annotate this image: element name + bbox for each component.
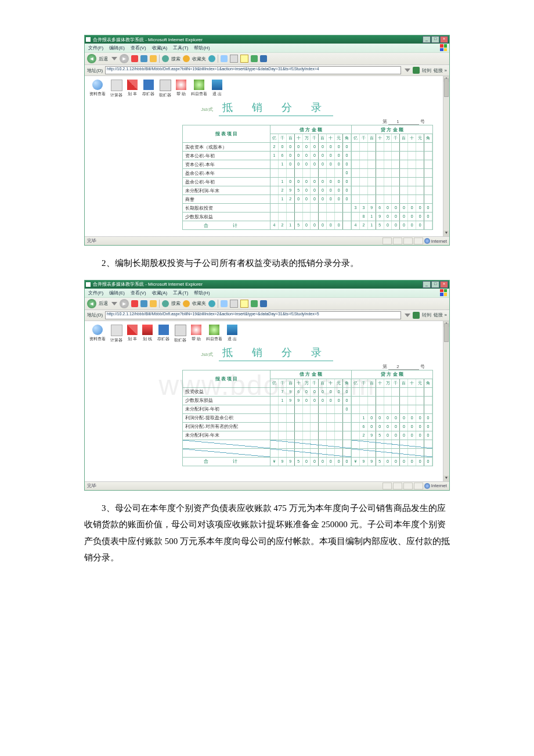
back-button[interactable]: ◄ (87, 299, 96, 308)
app-toolbar-save[interactable]: 存贮器 (157, 325, 169, 343)
menu-item[interactable]: 查看(V) (131, 45, 146, 51)
status-cell (393, 483, 402, 489)
address-label: 地址(D) (87, 67, 103, 74)
links-label[interactable]: 链接 » (434, 312, 447, 318)
ledger-row (183, 448, 433, 457)
go-button[interactable] (413, 67, 420, 74)
history-icon[interactable] (208, 300, 215, 307)
row-item-label: 实收资本（或股本） (183, 143, 270, 152)
history-icon[interactable] (208, 55, 215, 62)
close-button[interactable]: × (440, 281, 448, 288)
mail-icon[interactable] (221, 300, 228, 307)
app-toolbar-pen[interactable]: 划 丰 (127, 80, 138, 98)
entry-title: 抵 销 分 录 (219, 100, 333, 116)
app-toolbar-acct[interactable]: 取贮器 (174, 325, 186, 343)
links-label[interactable]: 链接 » (434, 67, 447, 74)
app-toolbar-calc[interactable]: 计算器 (110, 325, 122, 343)
row-item-label: 未分配利润-年末 (183, 186, 270, 195)
ledger-sum-row: 合 计¥995000000¥995000000 (183, 457, 433, 466)
chevron-down-icon[interactable] (405, 314, 410, 317)
print-icon[interactable] (230, 55, 238, 63)
app-toolbar-exit[interactable]: 退 出 (212, 80, 222, 98)
page-indicator: 第 1 号 (182, 118, 433, 125)
address-input[interactable]: http://10.2.1.12/hbbb/Bill/Mbbb/Dxfl.asp… (105, 66, 401, 74)
entry-title: 抵 销 分 录 (219, 345, 333, 361)
extension-icon[interactable] (260, 300, 267, 307)
app-toolbar-acct[interactable]: 取贮器 (159, 80, 171, 98)
messenger-icon[interactable] (251, 55, 258, 62)
edit-icon[interactable] (240, 300, 248, 308)
chevron-down-icon[interactable] (111, 302, 117, 305)
app-toolbar-save[interactable]: 存贮器 (142, 80, 154, 98)
app-toolbar-exit[interactable]: 退 出 (227, 325, 237, 343)
menu-item[interactable]: 查看(V) (131, 290, 146, 296)
minimize-button[interactable]: _ (423, 36, 431, 43)
go-button[interactable] (413, 312, 420, 319)
refresh-icon[interactable] (140, 55, 147, 62)
vertical-scrollbar[interactable]: ▲▼ (443, 76, 449, 236)
favorites-icon[interactable] (183, 55, 190, 62)
menu-item[interactable]: 编辑(E) (109, 45, 125, 51)
mail-icon[interactable] (221, 55, 228, 62)
extension-icon[interactable] (260, 55, 267, 62)
app-toolbar-label: 取贮器 (174, 337, 186, 343)
app-toolbar-help[interactable]: 帮 助 (176, 80, 186, 98)
save-icon (143, 80, 154, 90)
menu-item[interactable]: 文件(F) (88, 45, 103, 51)
menu-item[interactable]: 收藏(A) (152, 45, 168, 51)
close-button[interactable]: × (440, 36, 448, 43)
app-toolbar-label: 帮 助 (192, 336, 201, 342)
back-button[interactable]: ◄ (87, 54, 96, 63)
subj-icon (194, 80, 204, 90)
menubar: 文件(F)编辑(E)查看(V)收藏(A)工具(T)帮助(H) (85, 44, 449, 53)
home-icon[interactable] (150, 300, 157, 307)
menu-item[interactable]: 帮助(H) (194, 45, 210, 51)
address-bar: 地址(D) http://10.2.1.12/hbbb/Bill/Mbbb/Dx… (85, 310, 449, 321)
chevron-down-icon[interactable] (405, 69, 410, 72)
chevron-down-icon[interactable] (111, 57, 117, 60)
search-icon[interactable] (162, 55, 169, 62)
forward-button[interactable]: ► (120, 299, 129, 308)
form-code: Jsb式 (201, 352, 212, 357)
maximize-button[interactable]: □ (431, 281, 439, 288)
app-toolbar-label: 科目查看 (206, 336, 222, 342)
print-icon[interactable] (230, 300, 238, 308)
menu-item[interactable]: 工具(T) (173, 45, 188, 51)
app-toolbar-subj[interactable]: 科目查看 (206, 325, 222, 343)
refresh-icon[interactable] (140, 300, 147, 307)
vertical-scrollbar[interactable]: ▲▼ (443, 321, 449, 481)
stop-icon[interactable] (131, 300, 138, 307)
app-toolbar-line[interactable]: 划 线 (142, 325, 153, 343)
content-area: ▲▼资料查看计算器划 丰划 线存贮器取贮器帮 助科目查看退 出Jsb式抵 销 分… (85, 321, 449, 481)
minimize-button[interactable]: _ (423, 281, 431, 288)
status-cell (414, 237, 423, 244)
menu-item[interactable]: 编辑(E) (109, 290, 125, 296)
forward-button[interactable]: ► (120, 54, 129, 63)
menu-item[interactable]: 工具(T) (173, 290, 188, 296)
windows-logo-icon (440, 44, 447, 51)
address-label: 地址(D) (87, 312, 103, 318)
app-toolbar-zoom[interactable]: 资料查看 (89, 80, 106, 98)
home-icon[interactable] (150, 55, 157, 62)
app-toolbar-pen[interactable]: 划 丰 (127, 325, 138, 343)
calc-icon (111, 325, 122, 336)
messenger-icon[interactable] (251, 300, 258, 307)
search-icon[interactable] (162, 300, 169, 307)
app-toolbar-help[interactable]: 帮 助 (191, 325, 201, 343)
app-toolbar-subj[interactable]: 科目查看 (191, 80, 207, 98)
app-toolbar-label: 划 丰 (128, 91, 137, 97)
favorites-icon[interactable] (183, 300, 190, 307)
menu-item[interactable]: 收藏(A) (152, 290, 168, 296)
col-debit-header: 借 方 金 额 (270, 370, 352, 379)
address-input[interactable]: http://10.2.1.12/hbbb/Bill/Mbbb/Dxfl.asp… (105, 311, 401, 319)
sum-label: 合 计 (183, 221, 270, 230)
edit-icon[interactable] (240, 55, 248, 63)
app-toolbar-calc[interactable]: 计算器 (110, 80, 122, 98)
app-toolbar-zoom[interactable]: 资料查看 (89, 325, 106, 343)
maximize-button[interactable]: □ (431, 36, 439, 43)
menu-item[interactable]: 文件(F) (88, 290, 103, 296)
stop-icon[interactable] (131, 55, 138, 62)
app-toolbar-label: 存贮器 (157, 336, 169, 342)
menu-item[interactable]: 帮助(H) (194, 290, 210, 296)
paragraph-2: 2、编制长期股权投资与子公司所有者权益变动表的抵销分录分录。 (84, 255, 450, 272)
